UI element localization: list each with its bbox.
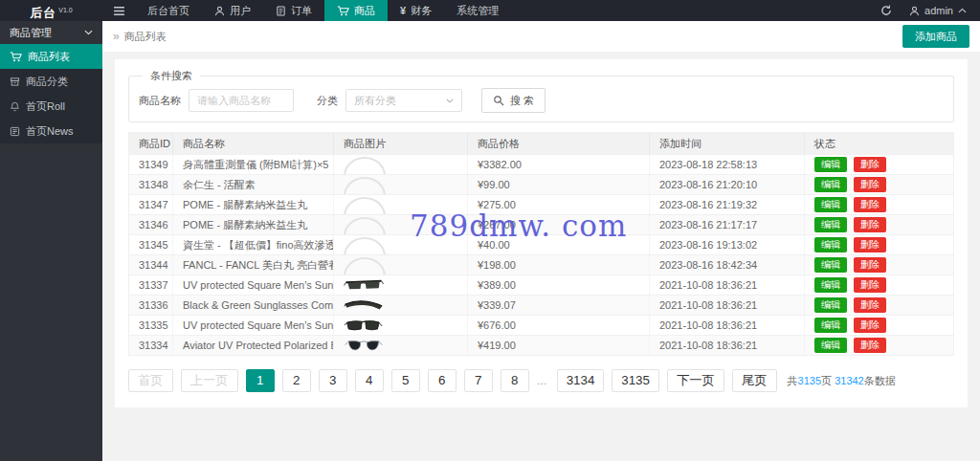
top-menu-users[interactable]: 用户 <box>202 0 263 21</box>
box-icon <box>10 77 20 87</box>
app-logo-text: 后台 <box>30 6 56 20</box>
delete-button[interactable]: 删除 <box>854 217 886 232</box>
column-header: 商品价格 <box>468 133 650 154</box>
edit-button[interactable]: 编辑 <box>814 318 847 333</box>
broken-image-placeholder <box>344 177 386 194</box>
pagination-summary: 共3135页 31342条数据 <box>788 374 896 388</box>
bell-icon <box>10 101 20 112</box>
edit-button[interactable]: 编辑 <box>814 177 847 192</box>
sunglasses-sport-photo <box>344 297 384 314</box>
page-number-button[interactable]: 2 <box>282 369 311 392</box>
edit-button[interactable]: 编辑 <box>814 297 847 313</box>
delete-button[interactable]: 删除 <box>854 297 886 313</box>
product-table: 商品ID商品名称商品图片商品价格添加时间状态 31349 身高體重測量儀 (附B… <box>128 132 954 356</box>
product-image-cell <box>334 195 468 214</box>
cart-icon <box>10 52 22 62</box>
delete-button[interactable]: 删除 <box>854 257 886 273</box>
product-time-cell: 2021-10-08 18:36:21 <box>650 296 805 315</box>
broken-image-placeholder <box>344 197 386 214</box>
delete-button[interactable]: 删除 <box>854 177 886 192</box>
sidebar-group-goods[interactable]: 商品管理 <box>0 21 102 44</box>
order-icon <box>276 6 286 16</box>
sidebar-item-home-roll[interactable]: 首页Roll <box>0 94 102 119</box>
product-name-cell: UV protected Square Men's Sunglasses <box>173 275 334 295</box>
refresh-icon[interactable] <box>880 5 892 16</box>
product-id-cell: 31348 <box>129 175 173 194</box>
search-button[interactable]: 搜 索 <box>481 88 546 113</box>
sidebar-item-goods-category[interactable]: 商品分类 <box>0 69 102 94</box>
page-number-button[interactable]: 5 <box>391 369 420 392</box>
app-version: V1.0 <box>58 7 72 13</box>
product-id-cell: 31347 <box>129 195 173 214</box>
product-name-input[interactable] <box>189 89 294 112</box>
top-menu-system[interactable]: 系统管理 <box>444 0 511 21</box>
column-header: 商品名称 <box>173 133 334 154</box>
sidebar-item-label: 商品列表 <box>28 50 70 64</box>
product-actions-cell: 编辑 删除 <box>805 235 953 254</box>
page-number-button[interactable]: 3 <box>319 369 347 392</box>
product-time-cell: 2023-08-16 21:17:17 <box>650 215 805 234</box>
sidebar-item-home-news[interactable]: 首页News <box>0 119 102 143</box>
pagination-summary-text: 共 <box>788 375 798 386</box>
table-row: 31348 余仁生 - 活醒素 ¥99.00 2023-08-16 21:20:… <box>129 174 953 194</box>
broken-image-placeholder <box>344 157 386 174</box>
top-menu-orders[interactable]: 订单 <box>263 0 324 21</box>
edit-button[interactable]: 编辑 <box>814 237 847 252</box>
page-number-button[interactable]: 4 <box>355 369 384 392</box>
page-number-button[interactable]: 3134 <box>557 369 605 392</box>
product-image-cell <box>334 175 468 194</box>
admin-dropdown[interactable]: admin <box>909 5 967 16</box>
cart-icon <box>337 6 349 16</box>
main-area: » 商品列表 添加商品 条件搜索 商品名称 分类 所有分类 <box>102 21 980 461</box>
product-image-cell <box>334 255 468 274</box>
top-menu-home[interactable]: 后台首页 <box>135 0 202 21</box>
table-row: 31336 Black & Green Sunglasses Combo wit… <box>129 295 953 315</box>
product-name-cell: UV protected Square Men's Sunglasses (P3… <box>173 316 334 335</box>
edit-button[interactable]: 编辑 <box>814 338 847 353</box>
page-ellipsis: … <box>537 375 549 386</box>
delete-button[interactable]: 删除 <box>854 197 886 212</box>
add-product-button[interactable]: 添加商品 <box>902 25 969 48</box>
sidebar: 商品管理 商品列表商品分类首页Roll首页News <box>0 21 102 461</box>
product-time-cell: 2023-08-16 19:13:02 <box>650 235 805 254</box>
page-number-button[interactable]: 3135 <box>612 369 659 392</box>
edit-button[interactable]: 编辑 <box>814 257 847 273</box>
product-time-cell: 2023-08-16 21:19:32 <box>650 195 805 214</box>
page-number-button[interactable]: 7 <box>464 369 493 392</box>
page-next-button[interactable]: 下一页 <box>667 369 724 392</box>
top-menu-goods[interactable]: 商品 <box>324 0 388 21</box>
chevron-down-icon <box>84 30 93 35</box>
sidebar-item-label: 首页Roll <box>26 99 65 114</box>
page-number-button[interactable]: 8 <box>501 369 529 392</box>
menu-toggle-icon[interactable] <box>102 0 135 21</box>
category-select[interactable]: 所有分类 <box>345 89 462 112</box>
pagination-total-link[interactable]: 31342 <box>835 375 864 386</box>
product-image-cell <box>334 316 468 335</box>
page-last-button[interactable]: 尾页 <box>732 369 777 392</box>
product-actions-cell: 编辑 删除 <box>805 155 953 174</box>
user-icon <box>909 6 920 16</box>
pagination-total-link[interactable]: 3135 <box>798 375 821 386</box>
column-header: 商品ID <box>129 133 173 154</box>
app-logo[interactable]: 后台V1.0 <box>0 0 102 21</box>
product-time-cell: 2021-10-08 18:36:21 <box>650 336 805 355</box>
table-row: 31349 身高體重測量儀 (附BMI計算)×5 ¥3382.00 2023-0… <box>129 154 953 174</box>
page-number-button[interactable]: 6 <box>428 369 457 392</box>
page-number-button: 1 <box>246 369 275 392</box>
topbar: 后台V1.0 后台首页用户订单商品¥财务系统管理 admin <box>0 0 980 21</box>
sidebar-item-goods-list[interactable]: 商品列表 <box>0 44 102 69</box>
edit-button[interactable]: 编辑 <box>814 157 847 172</box>
edit-button[interactable]: 编辑 <box>814 217 847 232</box>
edit-button[interactable]: 编辑 <box>814 277 847 293</box>
edit-button[interactable]: 编辑 <box>814 197 847 212</box>
top-menu-finance[interactable]: ¥财务 <box>388 0 444 21</box>
delete-button[interactable]: 删除 <box>854 338 886 353</box>
product-image-cell <box>334 296 468 315</box>
delete-button[interactable]: 删除 <box>854 318 886 333</box>
delete-button[interactable]: 删除 <box>854 277 886 293</box>
delete-button[interactable]: 删除 <box>854 157 886 172</box>
product-name-cell: 資生堂 - 【超低價】fino高效滲透護髮膜 紅色 230g... <box>173 235 334 254</box>
product-price-cell: ¥267.00 <box>468 215 650 234</box>
product-price-cell: ¥339.07 <box>468 296 650 315</box>
delete-button[interactable]: 删除 <box>854 237 886 252</box>
